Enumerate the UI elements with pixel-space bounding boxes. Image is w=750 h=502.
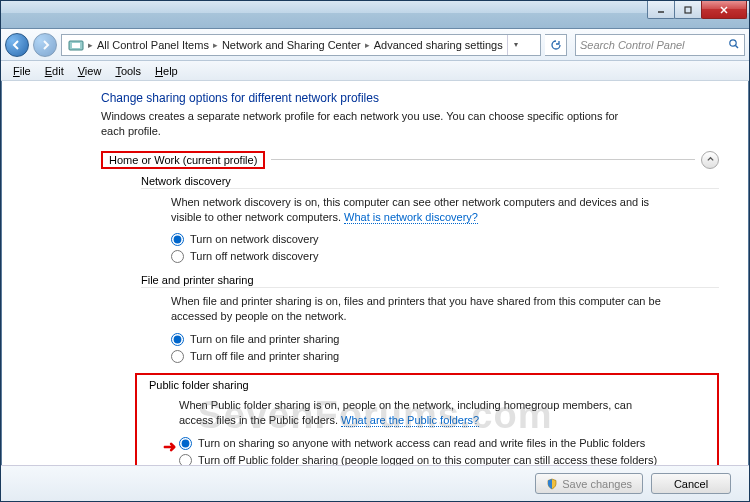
save-changes-button[interactable]: Save changes <box>535 473 643 494</box>
svg-point-6 <box>730 39 736 45</box>
close-button[interactable] <box>701 1 747 19</box>
menu-edit[interactable]: Edit <box>39 64 70 78</box>
radio-nd-on[interactable]: Turn on network discovery <box>171 232 661 247</box>
radio-fp-on[interactable]: Turn on file and printer sharing <box>171 332 661 347</box>
navbar: ▸ All Control Panel Items ▸ Network and … <box>1 29 749 61</box>
menu-file[interactable]: File <box>7 64 37 78</box>
forward-button[interactable] <box>33 33 57 57</box>
section-public-folder: ➜ Public folder sharing When Public fold… <box>101 373 719 465</box>
menu-view[interactable]: View <box>72 64 108 78</box>
divider <box>271 159 695 160</box>
refresh-button[interactable] <box>545 34 567 56</box>
page-description: Windows creates a separate network profi… <box>101 109 621 139</box>
radio-fp-off[interactable]: Turn off file and printer sharing <box>171 349 661 364</box>
cancel-button[interactable]: Cancel <box>651 473 731 494</box>
arrow-indicator-icon: ➜ <box>163 437 176 456</box>
titlebar <box>1 1 749 29</box>
footer-bar: Save changes Cancel <box>1 465 749 501</box>
minimize-button[interactable] <box>647 1 675 19</box>
link-what-is-network-discovery[interactable]: What is network discovery? <box>344 211 478 224</box>
content-pane: Change sharing options for different net… <box>1 81 749 465</box>
radio-pf-on[interactable]: Turn on sharing so anyone with network a… <box>179 436 669 451</box>
breadcrumb-item[interactable]: All Control Panel Items <box>93 39 213 51</box>
breadcrumb-item[interactable]: Network and Sharing Center <box>218 39 365 51</box>
section-title: Network discovery <box>141 175 719 189</box>
radio-nd-off[interactable]: Turn off network discovery <box>171 249 661 264</box>
search-placeholder: Search Control Panel <box>580 39 685 51</box>
menu-tools[interactable]: Tools <box>109 64 147 78</box>
profile-label-highlight: Home or Work (current profile) <box>101 151 265 169</box>
window-frame: ▸ All Control Panel Items ▸ Network and … <box>0 0 750 502</box>
search-input[interactable]: Search Control Panel <box>575 34 745 56</box>
folder-icon <box>64 38 88 52</box>
profile-header[interactable]: Home or Work (current profile) <box>101 151 719 169</box>
svg-line-7 <box>736 45 739 48</box>
breadcrumb-item[interactable]: Advanced sharing settings <box>370 39 507 51</box>
section-title: Public folder sharing <box>143 379 711 392</box>
back-button[interactable] <box>5 33 29 57</box>
search-icon <box>728 38 740 52</box>
menu-help[interactable]: Help <box>149 64 184 78</box>
shield-icon <box>546 478 558 490</box>
collapse-button[interactable] <box>701 151 719 169</box>
page-heading: Change sharing options for different net… <box>101 91 719 105</box>
address-bar[interactable]: ▸ All Control Panel Items ▸ Network and … <box>61 34 541 56</box>
section-desc: When file and printer sharing is on, fil… <box>171 295 661 322</box>
section-title: File and printer sharing <box>141 274 719 288</box>
radio-pf-off[interactable]: Turn off Public folder sharing (people l… <box>179 453 669 465</box>
address-dropdown[interactable]: ▾ <box>507 35 525 55</box>
section-file-printer: File and printer sharing When file and p… <box>141 274 719 363</box>
section-network-discovery: Network discovery When network discovery… <box>141 175 719 264</box>
svg-rect-1 <box>685 7 691 13</box>
menubar: File Edit View Tools Help <box>1 61 749 81</box>
maximize-button[interactable] <box>674 1 702 19</box>
svg-rect-5 <box>72 43 80 48</box>
link-what-are-public-folders[interactable]: What are the Public folders? <box>341 414 479 427</box>
